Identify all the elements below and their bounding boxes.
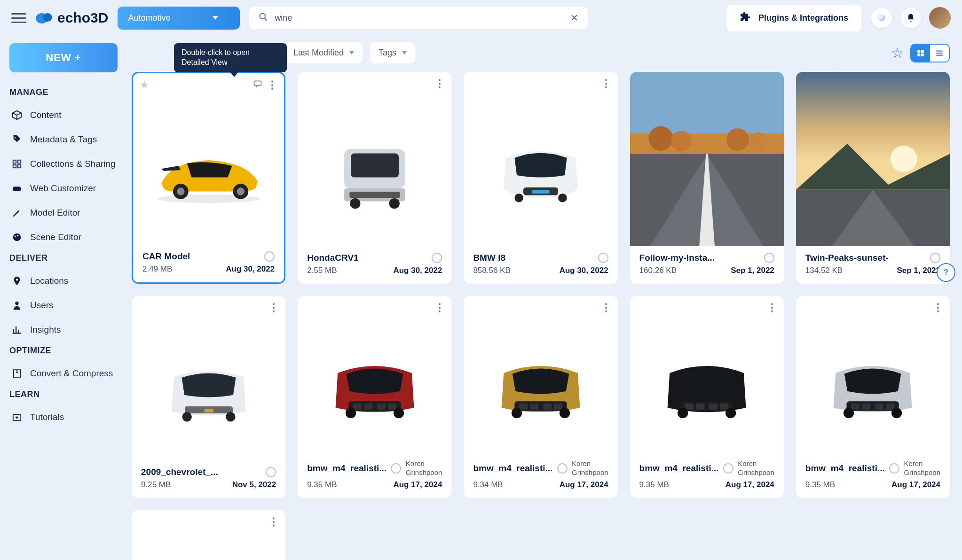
nav-label: Model Editor bbox=[30, 208, 80, 218]
card-size: 2.55 MB bbox=[307, 266, 337, 275]
more-icon[interactable]: ⋮ bbox=[933, 302, 943, 314]
menu-toggle[interactable] bbox=[11, 10, 26, 25]
controller-icon bbox=[11, 183, 23, 194]
card-name: bmw_m4_realisti... bbox=[805, 463, 885, 474]
card-size: 9.35 MB bbox=[307, 480, 337, 490]
asset-card[interactable]: ⋮ BMW I8 858.56 KBAug 30, 2022 bbox=[464, 72, 617, 284]
svg-rect-67 bbox=[519, 404, 528, 410]
owner-icon bbox=[557, 463, 568, 474]
help-button[interactable]: ? bbox=[937, 263, 955, 282]
more-icon[interactable]: ⋮ bbox=[601, 302, 611, 314]
svg-point-40 bbox=[558, 194, 567, 202]
asset-card[interactable]: ⋮ bmw_m4_realisti...KorenGrinshpoon 9.35… bbox=[796, 296, 950, 498]
card-size: 9.34 MB bbox=[473, 480, 503, 490]
owner-icon bbox=[264, 251, 275, 262]
favorites-filter[interactable]: ☆ bbox=[891, 45, 904, 61]
card-thumbnail bbox=[630, 72, 784, 246]
svg-rect-8 bbox=[18, 160, 21, 163]
card-size: 134.52 KB bbox=[805, 266, 843, 275]
asset-card[interactable]: ⋮ HondaCRV1 2.55 MBAug 30, 2022 bbox=[298, 72, 451, 284]
puzzle-icon bbox=[740, 11, 751, 25]
nav-scene-editor[interactable]: Scene Editor bbox=[7, 225, 120, 249]
new-button[interactable]: NEW + bbox=[9, 43, 118, 72]
category-value: Automotive bbox=[128, 13, 170, 23]
svg-point-6 bbox=[15, 137, 16, 139]
view-list-button[interactable] bbox=[930, 45, 949, 62]
svg-point-13 bbox=[15, 236, 16, 237]
search-input[interactable] bbox=[275, 13, 564, 23]
nav-model-editor[interactable]: Model Editor bbox=[7, 201, 120, 225]
search-box[interactable]: ✕ bbox=[249, 7, 588, 29]
svg-rect-20 bbox=[921, 50, 924, 53]
asset-card[interactable]: ⋮ bbox=[132, 510, 285, 560]
owner-icon bbox=[598, 253, 608, 263]
category-dropdown[interactable]: Automotive bbox=[118, 7, 240, 30]
more-icon[interactable]: ⋮ bbox=[601, 78, 611, 90]
asset-card[interactable]: ★⋮ CAR Model 2.49 MBAug 30, 2022 bbox=[132, 72, 285, 284]
nav-users[interactable]: Users bbox=[7, 293, 120, 318]
card-date: Nov 5, 2022 bbox=[232, 480, 276, 490]
svg-rect-34 bbox=[351, 153, 399, 177]
nav-label: Content bbox=[30, 110, 62, 120]
more-icon[interactable]: ⋮ bbox=[267, 79, 277, 91]
brand-logo[interactable]: echo3D bbox=[36, 10, 108, 26]
asset-card[interactable]: ⋮ bmw_m4_realisti...KorenGrinshpoon 9.35… bbox=[298, 296, 451, 498]
owner-icon bbox=[391, 463, 401, 474]
svg-rect-7 bbox=[13, 160, 16, 163]
asset-card[interactable]: ⋮ bmw_m4_realisti...KorenGrinshpoon 9.34… bbox=[464, 296, 617, 498]
theme-toggle[interactable] bbox=[871, 7, 892, 29]
card-thumbnail bbox=[132, 319, 285, 460]
asset-card[interactable]: Twin-Peaks-sunset- 134.52 KBSep 1, 2022 bbox=[796, 72, 950, 284]
svg-rect-74 bbox=[685, 404, 694, 410]
svg-point-31 bbox=[237, 187, 244, 195]
nav-content[interactable]: Content bbox=[7, 103, 120, 127]
main-content: Double-click to open Detailed View Last … bbox=[127, 36, 962, 560]
nav-collections[interactable]: Collections & Sharing bbox=[7, 152, 120, 176]
view-toggle bbox=[910, 44, 950, 62]
comment-icon[interactable] bbox=[253, 79, 262, 91]
card-name: bmw_m4_realisti... bbox=[307, 463, 386, 474]
card-date: Aug 17, 2024 bbox=[725, 480, 774, 490]
nav-web-customizer[interactable]: Web Customizer bbox=[7, 176, 120, 201]
svg-point-64 bbox=[346, 408, 356, 418]
more-icon[interactable]: ⋮ bbox=[767, 302, 777, 314]
pin-icon bbox=[11, 275, 23, 287]
svg-point-86 bbox=[891, 408, 902, 418]
more-icon[interactable]: ⋮ bbox=[268, 302, 279, 314]
filter-tags[interactable]: Tags bbox=[370, 42, 415, 63]
svg-rect-81 bbox=[851, 404, 860, 410]
first-aid-icon bbox=[11, 412, 23, 423]
svg-point-65 bbox=[394, 408, 404, 418]
asset-card[interactable]: ⋮ 2009_chevrolet_... 9.25 MBNov 5, 2022 bbox=[132, 296, 285, 498]
asset-card[interactable]: Follow-my-Insta... 160.26 KBSep 1, 2022 bbox=[630, 72, 784, 284]
clear-search-icon[interactable]: ✕ bbox=[570, 12, 578, 23]
sidebar: NEW + MANAGE Content Metadata & Tags Col… bbox=[0, 36, 127, 560]
user-avatar[interactable] bbox=[929, 7, 951, 29]
more-icon[interactable]: ⋮ bbox=[268, 516, 279, 528]
filter-label: Last Modified bbox=[293, 48, 344, 58]
card-name: BMW I8 bbox=[473, 253, 505, 263]
cube-icon bbox=[11, 109, 23, 121]
compress-icon bbox=[11, 368, 23, 379]
filter-last-modified[interactable]: Last Modified bbox=[285, 42, 363, 63]
nav-metadata[interactable]: Metadata & Tags bbox=[7, 127, 120, 152]
svg-rect-26 bbox=[254, 81, 261, 86]
svg-rect-61 bbox=[364, 404, 373, 410]
svg-point-39 bbox=[514, 194, 523, 202]
more-icon[interactable]: ⋮ bbox=[434, 302, 445, 314]
more-icon[interactable]: ⋮ bbox=[434, 78, 445, 90]
tag-icon bbox=[11, 134, 23, 145]
nav-label: Metadata & Tags bbox=[30, 134, 97, 145]
search-icon bbox=[259, 12, 268, 23]
nav-convert[interactable]: Convert & Compress bbox=[7, 361, 120, 386]
star-icon[interactable]: ★ bbox=[140, 79, 149, 91]
view-grid-button[interactable] bbox=[911, 45, 930, 62]
svg-point-36 bbox=[350, 198, 360, 209]
nav-tutorials[interactable]: Tutorials bbox=[7, 405, 120, 429]
nav-locations[interactable]: Locations bbox=[7, 269, 120, 293]
nav-insights[interactable]: Insights bbox=[7, 318, 120, 342]
asset-card[interactable]: ⋮ bmw_m4_realisti...KorenGrinshpoon 9.35… bbox=[630, 296, 784, 498]
notifications-button[interactable] bbox=[900, 7, 922, 29]
plugins-button[interactable]: Plugins & Integrations bbox=[726, 5, 861, 31]
owner-icon bbox=[432, 253, 442, 263]
